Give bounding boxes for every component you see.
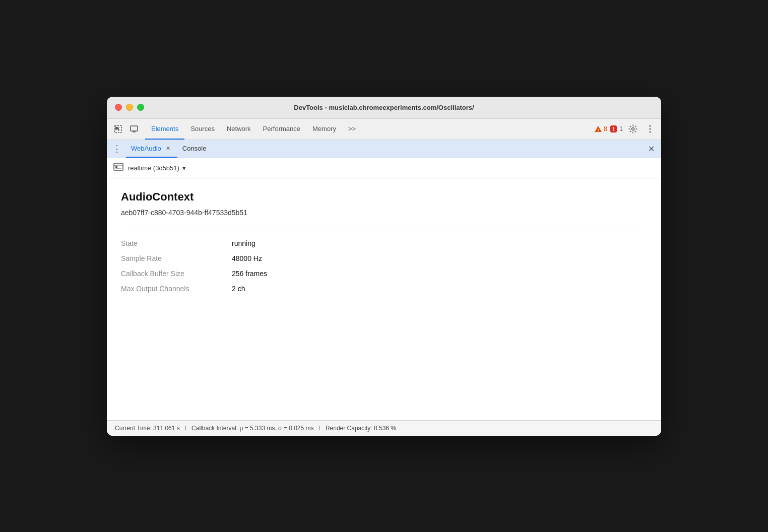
tab-elements[interactable]: Elements [145,119,184,140]
window-title: DevTools - musiclab.chromeexperiments.co… [294,104,474,111]
close-panel-button[interactable]: ✕ [645,143,657,155]
close-webaudio-tab[interactable]: ✕ [164,144,172,152]
titlebar: DevTools - musiclab.chromeexperiments.co… [107,97,661,119]
audio-context-id: aeb07ff7-c880-4703-944b-ff47533d5b51 [121,209,647,227]
device-mode-button[interactable] [127,122,141,136]
prop-label-buffersize: Callback Buffer Size [121,270,232,278]
close-button[interactable] [115,104,122,111]
toolbar-icon-group [111,122,141,136]
statusbar: Current Time: 311.061 s I Callback Inter… [107,420,661,436]
main-nav-tabs: Elements Sources Network Performance Mem… [145,119,594,140]
render-capacity-label: Render Capacity: [326,425,372,432]
svg-rect-10 [114,163,123,170]
context-selector-dropdown[interactable]: realtime (3d5b51) ▾ [128,164,186,172]
settings-button[interactable] [626,122,640,136]
current-time-value: 311.061 s [153,425,180,432]
more-tabs-button[interactable]: >> [342,119,362,140]
audio-context-title: AudioContext [121,190,647,204]
sep2: I [319,425,321,432]
subtoolbar: ⋮ WebAudio ✕ Console ✕ [107,140,661,158]
tab-performance[interactable]: Performance [257,119,306,140]
svg-point-6 [632,128,634,130]
properties-table: State running Sample Rate 48000 Hz Callb… [121,239,647,293]
prop-value-buffersize: 256 frames [232,270,647,278]
select-element-button[interactable] [111,122,125,136]
context-icon [113,161,124,175]
toolbar-right: ! 8 ! 1 [594,122,657,136]
svg-point-9 [650,131,651,133]
subtab-more-button[interactable]: ⋮ [111,143,123,155]
svg-rect-12 [115,166,117,168]
warning-badge[interactable]: ! 8 [594,125,607,132]
render-capacity-value: 8.536 % [374,425,396,432]
tab-sources[interactable]: Sources [184,119,221,140]
subtab-webaudio[interactable]: WebAudio ✕ [126,140,177,158]
tab-network[interactable]: Network [221,119,257,140]
svg-rect-3 [133,131,136,132]
sep1: I [185,425,186,432]
svg-rect-2 [131,126,138,131]
prop-value-channels: 2 ch [232,285,647,293]
more-options-button[interactable] [643,122,657,136]
traffic-lights [115,104,144,111]
prop-value-samplerate: 48000 Hz [232,254,647,262]
devtools-window: DevTools - musiclab.chromeexperiments.co… [107,97,661,436]
maximize-button[interactable] [137,104,144,111]
main-content: AudioContext aeb07ff7-c880-4703-944b-ff4… [107,178,661,420]
main-toolbar: Elements Sources Network Performance Mem… [107,119,661,140]
svg-marker-1 [115,126,120,131]
tab-memory[interactable]: Memory [306,119,342,140]
prop-value-state: running [232,239,647,247]
subtab-console[interactable]: Console [177,140,212,158]
prop-label-channels: Max Output Channels [121,285,232,293]
svg-point-7 [650,125,651,127]
svg-point-8 [650,128,651,130]
error-badge[interactable]: ! 1 [610,125,623,132]
callback-interval-label: Callback Interval: [191,425,238,432]
svg-text:!: ! [598,128,599,132]
context-row: realtime (3d5b51) ▾ [107,158,661,178]
minimize-button[interactable] [126,104,133,111]
svg-rect-13 [115,168,121,169]
current-time-label: Current Time: [115,425,152,432]
callback-interval-value: μ = 5.333 ms, σ = 0.025 ms [239,425,313,432]
prop-label-state: State [121,239,232,247]
prop-label-samplerate: Sample Rate [121,254,232,262]
